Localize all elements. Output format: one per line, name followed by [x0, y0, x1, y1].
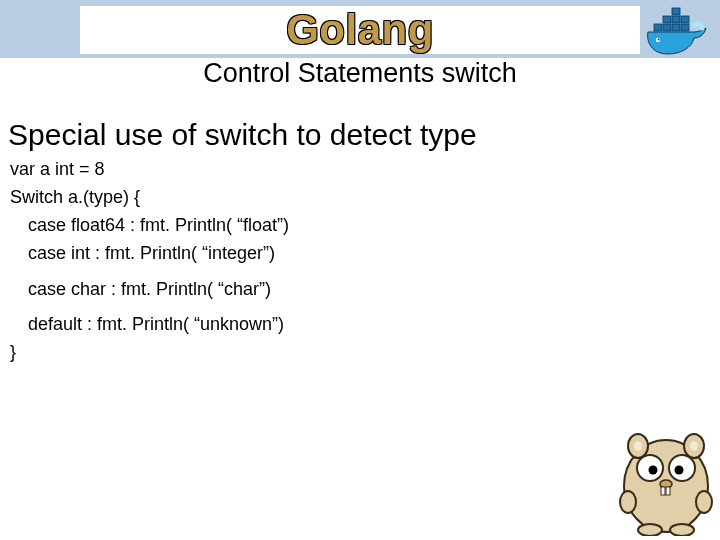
svg-rect-4	[663, 16, 671, 23]
svg-rect-2	[672, 24, 680, 31]
svg-rect-3	[681, 24, 689, 31]
docker-icon	[640, 2, 714, 62]
slide-subtitle: Control Statements switch	[0, 58, 720, 89]
svg-rect-6	[681, 16, 689, 23]
section-heading: Special use of switch to detect type	[8, 118, 477, 152]
svg-point-24	[638, 524, 662, 536]
code-line-case-int: case int : fmt. Println( “integer”)	[10, 240, 289, 268]
code-line-case-char: case char : fmt. Println( “char”)	[10, 276, 289, 304]
svg-point-23	[696, 491, 712, 513]
code-line-case-float: case float64 : fmt. Println( “float”)	[10, 212, 289, 240]
svg-point-22	[620, 491, 636, 513]
code-line-switch: Switch a.(type) {	[10, 184, 289, 212]
title-box: Golang	[80, 6, 640, 54]
svg-point-14	[690, 441, 698, 451]
svg-rect-5	[672, 16, 680, 23]
code-line-close: }	[10, 339, 289, 367]
svg-rect-20	[661, 487, 665, 495]
svg-point-13	[634, 441, 642, 451]
svg-point-17	[649, 466, 658, 475]
svg-point-18	[675, 466, 684, 475]
code-block: var a int = 8 Switch a.(type) { case flo…	[10, 156, 289, 367]
code-line-var: var a int = 8	[10, 156, 289, 184]
svg-rect-0	[654, 24, 662, 31]
svg-rect-1	[663, 24, 671, 31]
svg-rect-21	[666, 487, 670, 495]
code-line-default: default : fmt. Println( “unknown”)	[10, 311, 289, 339]
svg-rect-7	[672, 8, 680, 15]
gopher-icon	[606, 416, 716, 536]
slide-title: Golang	[286, 6, 434, 54]
svg-point-25	[670, 524, 694, 536]
svg-point-9	[658, 39, 660, 41]
